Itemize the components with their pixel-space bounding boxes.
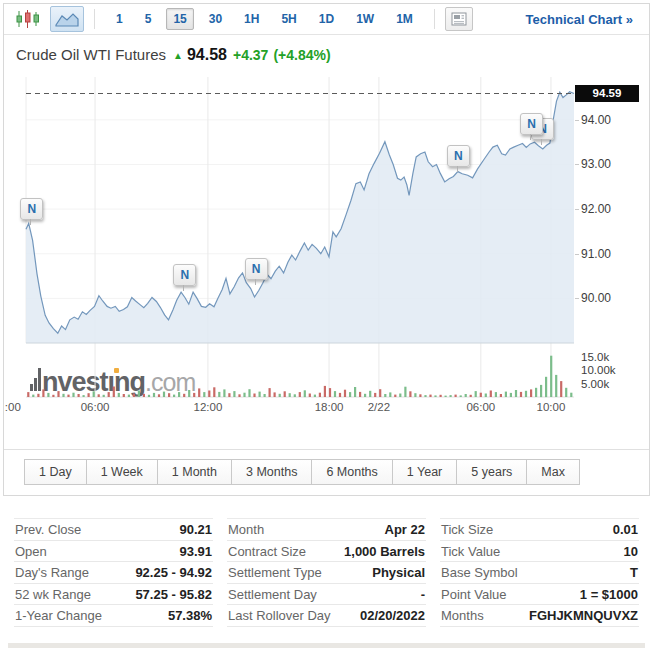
table-row: Base SymbolT	[440, 562, 639, 584]
row-label: Tick Size	[441, 522, 493, 537]
news-marker[interactable]: N	[245, 258, 268, 280]
y-axis-label: 90.00	[581, 291, 627, 305]
quote-column: MonthApr 22Contract Size1,000 BarrelsSet…	[227, 518, 426, 627]
timeframe-1m[interactable]: 1M	[389, 8, 420, 30]
row-value: 1,000 Barrels	[344, 544, 425, 559]
x-axis-label: 18:00	[315, 401, 344, 413]
quote-column: Prev. Close90.21Open93.91Day's Range92.2…	[14, 518, 213, 627]
row-label: Base Symbol	[441, 565, 518, 580]
toolbar-separator	[94, 9, 95, 29]
table-row: 52 wk Range57.25 - 95.82	[14, 584, 213, 606]
y-axis-label: 94.00	[581, 113, 627, 127]
timeframe-1d[interactable]: 1D	[312, 8, 341, 30]
area-chart-icon[interactable]	[50, 6, 84, 32]
row-value: FGHJKMNQUVXZ	[529, 608, 638, 623]
row-value: 93.91	[179, 544, 212, 559]
y-axis-tick	[575, 298, 579, 299]
candlestick-chart-icon[interactable]	[14, 8, 42, 30]
table-row: Point Value1 = $1000	[440, 584, 639, 606]
table-row: Day's Range92.25 - 94.92	[14, 562, 213, 584]
table-row: Tick Value10	[440, 541, 639, 563]
x-axis-label: :00	[5, 401, 21, 413]
table-row: Last Rollover Day02/20/2022	[227, 605, 426, 627]
chart-widget: 1515301H5H1D1W1M Technical Chart » Crude…	[3, 3, 650, 496]
table-row: Prev. Close90.21	[14, 519, 213, 541]
row-label: Prev. Close	[15, 522, 81, 537]
news-marker[interactable]: N	[520, 113, 543, 135]
range-button-3-months[interactable]: 3 Months	[231, 459, 312, 485]
row-value: 02/20/2022	[360, 608, 425, 623]
chart-toolbar: 1515301H5H1D1W1M Technical Chart »	[4, 4, 649, 35]
row-label: Contract Size	[228, 544, 306, 559]
row-value: 92.25 - 94.92	[135, 565, 212, 580]
row-label: Day's Range	[15, 565, 89, 580]
news-marker[interactable]: N	[447, 145, 470, 167]
row-value: T	[630, 565, 638, 580]
range-button-1-day[interactable]: 1 Day	[24, 459, 87, 485]
timeframe-15[interactable]: 15	[166, 8, 193, 30]
x-axis-label: 06:00	[81, 401, 110, 413]
row-label: Last Rollover Day	[228, 608, 331, 623]
timeframe-1[interactable]: 1	[109, 8, 130, 30]
table-row: MonthsFGHJKMNQUVXZ	[440, 605, 639, 627]
technical-chart-link[interactable]: Technical Chart »	[526, 12, 633, 27]
instrument-header: Crude Oil WTI Futures ▲ 94.58 +4.37 (+4.…	[4, 35, 649, 74]
y-axis-label: 92.00	[581, 202, 627, 216]
row-value: 10	[624, 544, 638, 559]
news-panel-icon[interactable]	[445, 7, 473, 31]
y-axis-label: 91.00	[581, 247, 627, 261]
row-value: 0.01	[613, 522, 638, 537]
table-row: MonthApr 22	[227, 519, 426, 541]
y-axis-tick	[575, 209, 579, 210]
row-label: Settlement Type	[228, 565, 322, 580]
y-axis-label: 93.00	[581, 157, 627, 171]
up-arrow-icon: ▲	[173, 50, 183, 61]
range-button-1-week[interactable]: 1 Week	[86, 459, 158, 485]
range-button-5-years[interactable]: 5 years	[456, 459, 527, 485]
toolbar-separator	[434, 9, 435, 29]
page-title: Crude Oil WTI Futures	[16, 46, 166, 63]
timeframe-30[interactable]: 30	[202, 8, 229, 30]
range-button-max[interactable]: Max	[526, 459, 580, 485]
x-axis-label: 10:00	[537, 401, 566, 413]
y-axis-tick	[575, 254, 579, 255]
y-axis-tick	[575, 164, 579, 165]
row-label: Point Value	[441, 587, 507, 602]
price-change: +4.37	[233, 47, 268, 63]
volume-axis-label: 10.00k	[581, 364, 631, 376]
timeframe-1h[interactable]: 1H	[237, 8, 266, 30]
table-row: Contract Size1,000 Barrels	[227, 541, 426, 563]
row-label: Month	[228, 522, 264, 537]
range-buttons: 1 Day1 Week1 Month3 Months6 Months1 Year…	[4, 449, 649, 495]
row-value: 90.21	[179, 522, 212, 537]
price-chart[interactable]: nvestıng.com94.0093.0092.0091.0090.0094.…	[4, 74, 649, 449]
range-button-1-month[interactable]: 1 Month	[157, 459, 232, 485]
row-label: Open	[15, 544, 47, 559]
volume-axis-label: 5.00k	[581, 378, 631, 390]
news-marker[interactable]: N	[173, 264, 196, 286]
timeframe-5h[interactable]: 5H	[274, 8, 303, 30]
x-axis-label: 06:00	[466, 401, 495, 413]
row-label: Settlement Day	[228, 587, 317, 602]
table-row: 1-Year Change57.38%	[14, 605, 213, 627]
timeframe-5[interactable]: 5	[138, 8, 159, 30]
y-axis-tick	[575, 120, 579, 121]
table-row: Open93.91	[14, 541, 213, 563]
table-row: Tick Size0.01	[440, 519, 639, 541]
quote-table: Prev. Close90.21Open93.91Day's Range92.2…	[14, 518, 639, 627]
news-marker[interactable]: N	[20, 198, 43, 220]
quote-column: Tick Size0.01Tick Value10Base SymbolTPoi…	[440, 518, 639, 627]
x-axis-label: 12:00	[194, 401, 223, 413]
bottom-divider	[8, 643, 645, 648]
range-button-6-months[interactable]: 6 Months	[311, 459, 392, 485]
row-value: 57.25 - 95.82	[135, 587, 212, 602]
current-price-tag: 94.59	[575, 85, 639, 102]
price-change-percent: (+4.84%)	[273, 47, 330, 63]
range-button-1-year[interactable]: 1 Year	[392, 459, 457, 485]
row-label: Months	[441, 608, 484, 623]
row-label: Tick Value	[441, 544, 500, 559]
table-row: Settlement TypePhysical	[227, 562, 426, 584]
table-row: Settlement Day-	[227, 584, 426, 606]
row-value: 57.38%	[168, 608, 212, 623]
timeframe-1w[interactable]: 1W	[349, 8, 381, 30]
